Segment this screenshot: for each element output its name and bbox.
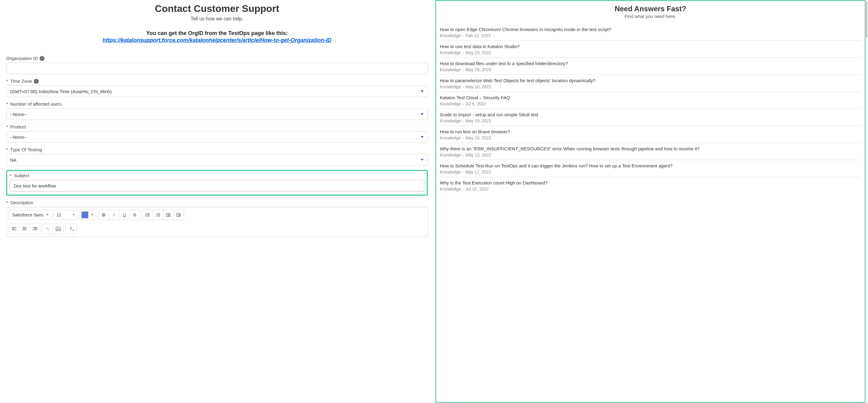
article-title[interactable]: How to Schedule Test Run on TestOps and … [440, 163, 861, 168]
bold-button[interactable]: B [99, 210, 109, 220]
article-title[interactable]: Why is the Test Execution count High on … [440, 180, 861, 185]
numbered-list-icon: 123 [156, 213, 160, 217]
article-title[interactable]: How to parameterize Web Test Objects for… [440, 78, 861, 83]
article-title[interactable]: Katalon Test Cloud – Security FAQ [440, 95, 861, 100]
separator-dot-icon [463, 104, 464, 105]
article-title[interactable]: Guide to import - setup and run simple S… [440, 112, 861, 117]
chevron-down-icon [72, 214, 75, 216]
article-meta: KnowledgeMay 10, 2022 [440, 84, 861, 89]
separator-dot-icon [463, 172, 464, 173]
separator-dot-icon [463, 87, 464, 88]
underline-button[interactable]: U [119, 210, 130, 220]
clear-format-button[interactable]: T✕ [66, 224, 76, 234]
info-icon[interactable]: i [39, 56, 44, 61]
timezone-label: Time Zone [10, 79, 32, 84]
text-color-picker[interactable] [80, 210, 96, 220]
svg-rect-24 [12, 228, 15, 229]
svg-rect-23 [12, 227, 17, 228]
article-meta: KnowledgeMay 23, 2022 [440, 50, 861, 55]
article-item[interactable]: Guide to import - setup and run simple S… [440, 109, 861, 126]
article-date: May 17, 2022 [465, 169, 491, 175]
article-category: Knowledge [440, 101, 461, 106]
insert-image-button[interactable] [53, 224, 63, 234]
insert-link-button[interactable] [42, 224, 53, 234]
article-date: Jul 10, 2022 [465, 187, 489, 191]
numbered-list-button[interactable]: 123 [153, 210, 163, 220]
bullet-list-icon [145, 213, 150, 217]
separator-dot-icon [463, 53, 464, 54]
separator-dot-icon [463, 70, 464, 71]
info-icon[interactable]: i [34, 79, 39, 84]
article-category: Knowledge [440, 187, 461, 191]
svg-rect-28 [22, 229, 27, 230]
svg-rect-1 [147, 213, 150, 214]
scrollbar[interactable] [865, 1, 867, 38]
separator-dot-icon [463, 189, 464, 190]
italic-button[interactable]: I [109, 210, 119, 220]
orgid-help-link[interactable]: https://katalonsupport.force.com/katalon… [6, 37, 428, 43]
article-item[interactable]: How to Schedule Test Run on TestOps and … [440, 160, 861, 177]
align-center-button[interactable] [20, 224, 30, 234]
article-title[interactable]: How to run test on Brave browser? [440, 129, 861, 134]
article-date: May 10, 2022 [465, 84, 491, 89]
required-indicator: * [10, 173, 11, 178]
align-right-button[interactable] [30, 224, 40, 234]
align-left-icon [12, 227, 17, 231]
type-of-testing-select[interactable]: NA [6, 154, 428, 165]
org-id-input[interactable] [6, 63, 428, 74]
svg-rect-17 [166, 216, 170, 217]
article-item[interactable]: How to use test data in Katalon Studio?K… [440, 41, 861, 58]
required-indicator: * [6, 147, 8, 152]
article-item[interactable]: How to open Edge Chromium/ Chrome browse… [440, 24, 861, 41]
align-center-icon [22, 227, 27, 231]
article-category: Knowledge [440, 33, 461, 38]
article-category: Knowledge [440, 50, 461, 55]
article-category: Knowledge [440, 153, 461, 157]
article-title[interactable]: Why there is an "ERR_INSUFFICIENT_RESOUR… [440, 146, 861, 151]
article-category: Knowledge [440, 84, 461, 89]
svg-marker-14 [166, 215, 167, 216]
outdent-icon [166, 213, 171, 217]
article-title[interactable]: How to use test data in Katalon Studio? [440, 44, 861, 49]
timezone-select[interactable]: (GMT+07:00) Indochina Time (Asia/Ho_Chi_… [6, 86, 428, 97]
article-meta: KnowledgeJul 10, 2022 [440, 187, 861, 191]
svg-rect-27 [23, 228, 26, 229]
page-subtitle: Tell us how we can help. [6, 16, 428, 22]
article-item[interactable]: Why there is an "ERR_INSUFFICIENT_RESOUR… [440, 143, 861, 160]
svg-rect-20 [178, 214, 181, 215]
answers-subtitle: Find what you need here. [436, 14, 865, 19]
article-item[interactable]: Why is the Test Execution count High on … [440, 177, 861, 194]
font-size-select[interactable]: 12 [53, 210, 78, 220]
article-title[interactable]: How to download files under test to a sp… [440, 61, 861, 66]
bullet-list-button[interactable] [143, 210, 153, 220]
indent-button[interactable] [174, 210, 184, 220]
description-label: Description [10, 200, 33, 205]
article-category: Knowledge [440, 135, 461, 140]
svg-rect-18 [176, 213, 181, 214]
article-title[interactable]: How to open Edge Chromium/ Chrome browse… [440, 27, 861, 32]
affected-users-select[interactable]: --None-- [6, 108, 428, 120]
align-left-button[interactable] [9, 224, 20, 234]
subject-input[interactable] [10, 180, 424, 191]
separator-dot-icon [463, 121, 464, 122]
product-label: Product [10, 124, 26, 129]
org-id-label: Organization ID [6, 56, 38, 61]
article-item[interactable]: How to download files under test to a sp… [440, 58, 861, 75]
page-title: Contact Customer Support [6, 3, 428, 14]
article-item[interactable]: Katalon Test Cloud – Security FAQKnowled… [440, 92, 861, 109]
separator-dot-icon [463, 155, 464, 156]
product-select[interactable]: --None-- [6, 131, 428, 143]
article-meta: KnowledgeMay 19, 2022 [440, 118, 861, 123]
font-family-value: Salesforce Sans [12, 213, 43, 217]
chevron-down-icon [91, 214, 94, 216]
article-item[interactable]: How to parameterize Web Test Objects for… [440, 75, 861, 92]
font-size-value: 12 [57, 213, 61, 217]
font-family-select[interactable]: Salesforce Sans [9, 210, 52, 220]
outdent-button[interactable] [163, 210, 174, 220]
subject-highlight-box: * Subject [6, 170, 428, 196]
svg-rect-12 [166, 213, 170, 214]
strikethrough-button[interactable]: S [130, 210, 140, 220]
article-date: Jul 6, 2022 [465, 101, 486, 106]
article-item[interactable]: How to run test on Brave browser?Knowled… [440, 126, 861, 143]
indent-icon [176, 213, 181, 217]
